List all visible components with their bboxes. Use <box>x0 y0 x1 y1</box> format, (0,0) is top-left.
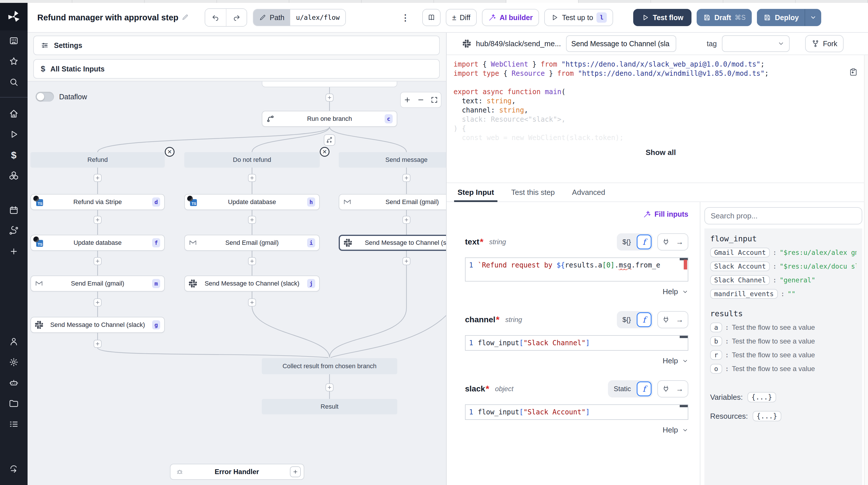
search-icon[interactable] <box>0 72 28 92</box>
result-key-pill[interactable]: a <box>710 323 722 332</box>
path-button[interactable]: Path <box>253 9 290 26</box>
add-step-button[interactable] <box>402 216 410 224</box>
flow-settings-card[interactable]: Settings <box>33 36 440 55</box>
copy-code-icon[interactable] <box>849 68 858 78</box>
slack-input-editor[interactable]: 1 flow_input["Slack Account"] <box>465 405 688 420</box>
result-key-pill[interactable]: o <box>710 364 722 374</box>
variables-dollar-icon[interactable]: $ <box>0 144 28 165</box>
result-entry[interactable]: o:Test the flow to see a value <box>710 364 857 374</box>
flow-input-entry[interactable]: Gmail Account:"$res:u/alex/alex_gmail" <box>710 248 857 257</box>
path-value[interactable]: u/alex/flow <box>290 9 345 26</box>
diff-button[interactable]: ±Diff <box>446 9 476 26</box>
zoom-in-button[interactable] <box>404 96 411 104</box>
arrow-right-icon[interactable]: → <box>673 385 687 393</box>
plug-icon[interactable] <box>659 316 673 323</box>
flow-step-node[interactable]: TSUpdate databasef <box>30 235 165 251</box>
test-up-to-button[interactable]: Test up tol <box>544 9 613 26</box>
home-icon[interactable] <box>0 103 28 124</box>
flow-step-node[interactable]: Send Email (gmail)i <box>184 235 320 251</box>
ai-robot-icon[interactable] <box>0 373 28 393</box>
add-step-button[interactable] <box>94 257 102 265</box>
redo-button[interactable] <box>226 9 247 26</box>
docs-book-button[interactable] <box>422 9 441 26</box>
fit-view-button[interactable] <box>431 96 438 104</box>
variables-pill[interactable]: {...} <box>747 392 776 402</box>
draft-button[interactable]: Draft⌘S <box>696 9 752 26</box>
static-mode-button[interactable]: Static <box>609 385 636 393</box>
help-arrow-icon[interactable] <box>0 459 28 479</box>
add-icon[interactable] <box>0 241 28 262</box>
arrow-right-icon[interactable]: → <box>673 238 687 247</box>
add-step-button[interactable] <box>94 174 102 182</box>
undo-button[interactable] <box>205 9 226 26</box>
add-error-handler-button[interactable] <box>290 466 301 477</box>
flow-canvas[interactable]: Settings $ All Static Inputs Dataflow <box>28 33 446 485</box>
zoom-out-button[interactable] <box>417 96 425 104</box>
text-input-editor[interactable]: 1 `Refund request by ${results.a[0].msg.… <box>465 257 688 282</box>
result-entry[interactable]: b:Test the flow to see a value <box>710 336 857 346</box>
flow-input-entry[interactable]: Slack Account:"$res:u/alex/docu_slack" <box>710 261 857 271</box>
run-one-branch-node[interactable]: Run one branch c <box>262 111 397 127</box>
prop-key-pill[interactable]: mandrill_events <box>710 289 778 299</box>
result-entry[interactable]: a:Test the flow to see a value <box>710 323 857 332</box>
flow-step-node[interactable]: Send Message to Channel (slack)j <box>184 276 320 292</box>
branch-header-do-not-refund[interactable]: Do not refund <box>184 152 320 168</box>
deploy-button[interactable]: Deploy <box>757 9 805 26</box>
help-toggle[interactable]: Help <box>663 287 688 296</box>
plug-icon[interactable] <box>659 385 673 393</box>
all-static-inputs-card[interactable]: $ All Static Inputs <box>33 59 440 78</box>
add-step-button[interactable] <box>94 216 102 224</box>
flow-step-node[interactable]: Send Email (gmail)m <box>30 276 165 292</box>
prop-key-pill[interactable]: Gmail Account <box>710 248 770 257</box>
flow-input-entry[interactable]: mandrill_events:"" <box>710 289 857 299</box>
logs-list-icon[interactable] <box>0 414 28 434</box>
javascript-mode-button[interactable]: f <box>637 312 652 327</box>
javascript-mode-button[interactable]: f <box>637 234 652 249</box>
template-mode-button[interactable]: ${} <box>618 316 636 324</box>
add-step-button[interactable] <box>326 94 334 102</box>
plug-icon[interactable] <box>659 238 673 246</box>
resources-cubes-icon[interactable] <box>0 165 28 186</box>
flow-input-entry[interactable]: Slack Channel:"general" <box>710 275 857 285</box>
add-step-button[interactable] <box>248 216 256 224</box>
add-step-button[interactable] <box>402 257 410 265</box>
ai-builder-button[interactable]: AI builder <box>482 9 539 26</box>
channel-input-editor[interactable]: 1 flow_input["Slack Channel"] <box>465 335 688 351</box>
javascript-mode-button[interactable]: f <box>637 381 652 396</box>
collect-result-node[interactable]: Collect result from chosen branch <box>262 358 397 374</box>
kebab-menu-icon[interactable]: ⋮ <box>401 12 410 23</box>
tab-advanced[interactable]: Advanced <box>572 183 606 201</box>
result-key-pill[interactable]: b <box>710 336 722 346</box>
prop-key-pill[interactable]: Slack Channel <box>710 275 770 285</box>
arrow-right-icon[interactable]: → <box>673 315 687 324</box>
tab-test-this-step[interactable]: Test this step <box>511 183 555 201</box>
routes-icon[interactable] <box>0 220 28 241</box>
hub-script-path[interactable]: hub/849/slack/send_me... <box>476 39 561 48</box>
help-toggle[interactable]: Help <box>663 426 688 434</box>
folders-icon[interactable] <box>0 393 28 414</box>
script-code-preview[interactable]: import { WebClient } from "https://deno.… <box>446 55 868 183</box>
runs-play-icon[interactable] <box>0 124 28 144</box>
add-step-button[interactable] <box>248 257 256 265</box>
show-all-button[interactable]: Show all <box>454 148 868 157</box>
branch-header-refund[interactable]: Refund <box>30 152 165 168</box>
flow-step-node[interactable]: Send Message to Channel (slack) <box>339 235 446 251</box>
template-mode-button[interactable]: ${} <box>618 238 636 246</box>
panel-scrollbar[interactable] <box>864 55 868 485</box>
settings-gear-icon[interactable] <box>0 352 28 373</box>
add-step-button[interactable] <box>402 174 410 182</box>
deploy-dropdown-chevron[interactable] <box>805 9 821 26</box>
flow-step-node[interactable]: TSUpdate databaseh <box>184 194 320 210</box>
add-step-button[interactable] <box>326 383 334 391</box>
windmill-logo[interactable] <box>0 3 28 30</box>
remove-branch-icon[interactable]: ✕ <box>165 147 175 157</box>
favorites-star-icon[interactable] <box>0 51 28 72</box>
test-flow-button[interactable]: Test flow <box>633 9 691 26</box>
add-step-button[interactable] <box>94 340 102 348</box>
error-handler-node[interactable]: Error Handler <box>170 464 304 480</box>
step-summary-input[interactable] <box>566 35 676 52</box>
fill-inputs-button[interactable]: Fill inputs <box>643 210 688 218</box>
help-toggle[interactable]: Help <box>663 356 688 365</box>
flow-step-node[interactable]: Send Email (gmail) <box>339 194 446 210</box>
add-step-button[interactable] <box>94 298 102 306</box>
